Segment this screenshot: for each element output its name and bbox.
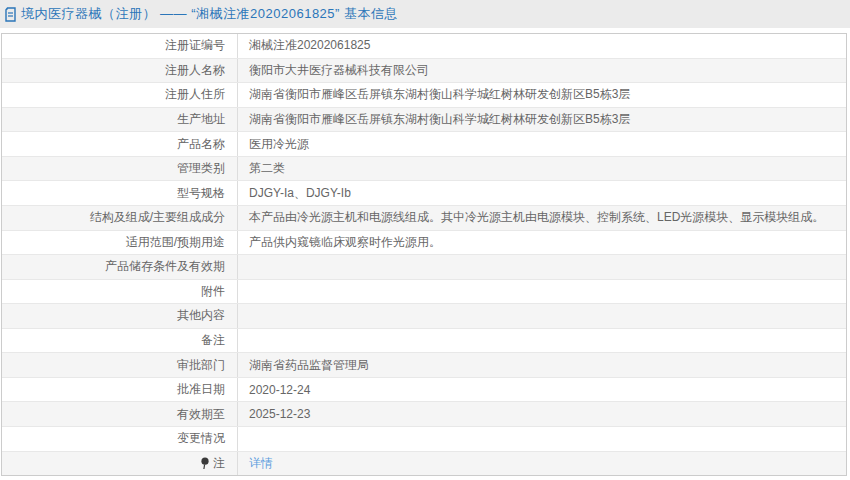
row-label: 有效期至 <box>2 402 238 426</box>
pin-icon <box>200 457 210 470</box>
table-row: 批准日期 2020-12-24 <box>2 378 846 403</box>
row-value <box>238 304 846 328</box>
row-value: 湖南省衡阳市雁峰区岳屏镇东湖村衡山科学城红树林研发创新区B5栋3层 <box>238 83 846 107</box>
table-row: 注册人住所 湖南省衡阳市雁峰区岳屏镇东湖村衡山科学城红树林研发创新区B5栋3层 <box>2 83 846 108</box>
row-label: 备注 <box>2 329 238 353</box>
table-row: 管理类别 第二类 <box>2 157 846 182</box>
row-value: 2025-12-23 <box>238 402 846 426</box>
table-row: 产品储存条件及有效期 <box>2 255 846 280</box>
table-row: 结构及组成/主要组成成分 本产品由冷光源主机和电源线组成。其中冷光源主机由电源模… <box>2 206 846 231</box>
row-value <box>238 329 846 353</box>
table-row: 型号规格 DJGY-Ia、DJGY-Ib <box>2 181 846 206</box>
table-row: 生产地址 湖南省衡阳市雁峰区岳屏镇东湖村衡山科学城红树林研发创新区B5栋3层 <box>2 108 846 133</box>
row-label: 产品名称 <box>2 132 238 156</box>
details-link[interactable]: 详情 <box>249 455 273 472</box>
table-row: 备注 <box>2 329 846 354</box>
table-row: 产品名称 医用冷光源 <box>2 132 846 157</box>
row-value: 湖南省衡阳市雁峰区岳屏镇东湖村衡山科学城红树林研发创新区B5栋3层 <box>238 108 846 132</box>
table-row: 变更情况 <box>2 427 846 452</box>
row-value: 本产品由冷光源主机和电源线组成。其中冷光源主机由电源模块、控制系统、LED光源模… <box>238 206 846 230</box>
row-label: 产品储存条件及有效期 <box>2 255 238 279</box>
table-row: 审批部门 湖南省药品监督管理局 <box>2 353 846 378</box>
row-label: 注册人住所 <box>2 83 238 107</box>
table-row: 其他内容 <box>2 304 846 329</box>
row-label: 附件 <box>2 280 238 304</box>
table-row: 注册证编号 湘械注准20202061825 <box>2 34 846 59</box>
row-label: 适用范围/预期用途 <box>2 231 238 255</box>
row-label: 结构及组成/主要组成成分 <box>2 206 238 230</box>
row-value: DJGY-Ia、DJGY-Ib <box>238 181 846 205</box>
row-label: 注册人名称 <box>2 59 238 83</box>
row-value: 衡阳市大井医疗器械科技有限公司 <box>238 59 846 83</box>
page-title: 境内医疗器械（注册） —— “湘械注准20202061825” 基本信息 <box>21 5 398 23</box>
row-label: 生产地址 <box>2 108 238 132</box>
row-label: 批准日期 <box>2 378 238 402</box>
row-label: 变更情况 <box>2 427 238 451</box>
row-value <box>238 280 846 304</box>
row-label: 审批部门 <box>2 353 238 377</box>
row-value: 产品供内窥镜临床观察时作光源用。 <box>238 231 846 255</box>
row-label: 注册证编号 <box>2 34 238 58</box>
table-row: 有效期至 2025-12-23 <box>2 402 846 427</box>
table-row: 适用范围/预期用途 产品供内窥镜临床观察时作光源用。 <box>2 231 846 256</box>
row-value <box>238 427 846 451</box>
row-value: 湖南省药品监督管理局 <box>238 353 846 377</box>
document-icon <box>4 7 17 22</box>
row-label: 管理类别 <box>2 157 238 181</box>
row-value: 医用冷光源 <box>238 132 846 156</box>
table-row-note: 注 详情 <box>2 452 846 476</box>
table-row: 注册人名称 衡阳市大井医疗器械科技有限公司 <box>2 59 846 84</box>
table-row: 附件 <box>2 280 846 305</box>
row-label: 型号规格 <box>2 181 238 205</box>
row-value: 湘械注准20202061825 <box>238 34 846 58</box>
row-label: 其他内容 <box>2 304 238 328</box>
row-label-text: 注 <box>213 455 225 472</box>
page-header: 境内医疗器械（注册） —— “湘械注准20202061825” 基本信息 <box>0 0 850 28</box>
row-value: 详情 <box>238 452 846 476</box>
registration-info-table: 注册证编号 湘械注准20202061825 注册人名称 衡阳市大井医疗器械科技有… <box>1 33 847 476</box>
row-value <box>238 255 846 279</box>
row-value: 2020-12-24 <box>238 378 846 402</box>
row-label: 注 <box>2 452 238 476</box>
row-value: 第二类 <box>238 157 846 181</box>
